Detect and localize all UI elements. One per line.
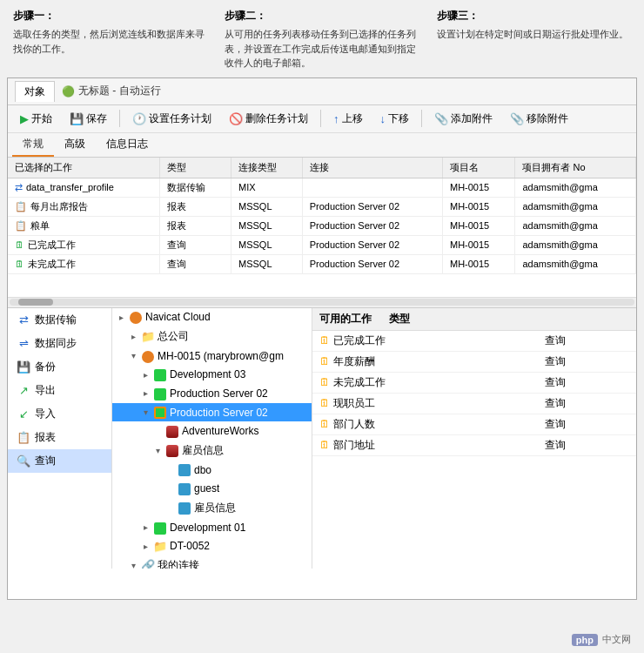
sidebar-item-导入[interactable]: ↙导入 (8, 402, 111, 426)
tree-item[interactable]: ▸ Navicat Cloud (112, 308, 312, 327)
cell-conn-type: MSSQL (231, 254, 302, 273)
window-title-text: 无标题 - 自动运行 (78, 84, 161, 98)
sidebar-item-导出[interactable]: ↗导出 (8, 379, 111, 402)
tabs-row: 常规 高级 信息日志 (8, 133, 636, 158)
php-badge: php (572, 634, 598, 646)
available-panel: 可用的工作 类型 🗓已完成工作 查询 🗓年度薪酬 查询 🗓未完成工作 查询 🗓现… (312, 308, 636, 569)
delete-schedule-label: 删除任务计划 (245, 111, 308, 126)
object-tab[interactable]: 对象 (15, 81, 55, 102)
task-table-area: 已选择的工作 类型 连接类型 连接 项目名 项目拥有者 No ⇄data_tra… (8, 158, 636, 297)
tree-toggle[interactable]: ▾ (152, 446, 163, 455)
available-header-type: 类型 (389, 312, 410, 326)
down-arrow-icon: ↓ (380, 112, 386, 125)
tree-item[interactable]: ▸ Development 03 (112, 366, 312, 385)
cell-owner: adamsmith@gma (515, 216, 636, 235)
tree-node-icon (178, 502, 191, 515)
col-connection: 连接 (302, 158, 442, 178)
set-schedule-button[interactable]: 🕐 设置任务计划 (124, 108, 219, 130)
tree-toggle[interactable]: ▸ (140, 522, 151, 532)
tree-toggle[interactable]: ▾ (140, 407, 151, 417)
table-row[interactable]: 🗓已完成工作 查询 MSSQL Production Server 02 MH-… (8, 235, 636, 254)
toolbar: ▶ 开始 💾 保存 🕐 设置任务计划 🚫 删除任务计划 ↑ 上移 ↓ 下移 📎 … (8, 105, 636, 133)
table-row[interactable]: 📋每月出席报告 报表 MSSQL Production Server 02 MH… (8, 197, 636, 216)
available-row[interactable]: 🗓部门地址 查询 (312, 434, 636, 455)
tree-item[interactable]: ▸ 📁 总公司 (112, 326, 312, 347)
cell-type: 报表 (160, 216, 231, 235)
available-cell-type: 查询 (538, 414, 636, 434)
window-title: 🟢 无标题 - 自动运行 (62, 84, 161, 98)
available-row[interactable]: 🗓已完成工作 查询 (312, 331, 636, 352)
hscroll-bar[interactable] (8, 297, 636, 307)
tree-node-label: dbo (194, 464, 211, 476)
sidebar-item-报表[interactable]: 📋报表 (8, 426, 111, 449)
tree-toggle[interactable]: ▾ (128, 351, 138, 360)
start-button[interactable]: ▶ 开始 (12, 108, 60, 130)
table-row[interactable]: 📋粮单 报表 MSSQL Production Server 02 MH-001… (8, 216, 636, 235)
tree-toggle[interactable]: ▸ (140, 370, 151, 380)
available-cell-name: 🗓部门地址 (312, 434, 538, 455)
tree-node-icon (165, 424, 179, 438)
tree-node-icon (153, 406, 167, 420)
available-header: 可用的工作 类型 (312, 308, 636, 331)
available-cell-name: 🗓未完成工作 (312, 372, 538, 393)
tree-node-label: MH-0015 (marybrown@gm (158, 350, 284, 362)
cell-owner: adamsmith@gma (515, 178, 636, 197)
available-row[interactable]: 🗓部门人数 查询 (312, 414, 636, 434)
up-arrow-icon: ↑ (333, 112, 339, 125)
tree-item[interactable]: ▸ 📁 DT-0052 (112, 537, 312, 555)
move-down-button[interactable]: ↓ 下移 (372, 108, 418, 130)
sidebar-item-数据同步[interactable]: ⇌数据同步 (8, 332, 111, 355)
task-table-scroll[interactable]: 已选择的工作 类型 连接类型 连接 项目名 项目拥有者 No ⇄data_tra… (8, 158, 636, 297)
delete-schedule-button[interactable]: 🚫 删除任务计划 (221, 108, 316, 130)
cell-conn-type: MIX (231, 178, 302, 197)
available-row[interactable]: 🗓年度薪酬 查询 (312, 351, 636, 372)
tree-item[interactable]: ▾ 🔗 我的连接 (112, 555, 312, 569)
tree-toggle[interactable]: ▾ (128, 561, 138, 569)
cell-connection (302, 178, 442, 197)
tree-toggle[interactable]: ▸ (140, 542, 151, 551)
tree-item[interactable]: ▸ Development 01 (112, 518, 312, 537)
sidebar-item-备份[interactable]: 💾备份 (8, 355, 111, 379)
tree-item[interactable]: dbo (112, 461, 312, 480)
tree-toggle[interactable]: ▸ (128, 332, 138, 341)
tree-toggle[interactable]: ▸ (140, 388, 151, 398)
hscroll-thumb[interactable] (18, 299, 53, 306)
tree-item[interactable]: ▾ MH-0015 (marybrown@gm (112, 347, 312, 366)
table-row[interactable]: 🗓未完成工作 查询 MSSQL Production Server 02 MH-… (8, 254, 636, 273)
tab-info-log[interactable]: 信息日志 (96, 133, 158, 157)
sidebar-item-查询[interactable]: 🔍查询 (8, 449, 111, 473)
tree-node-label: 雇员信息 (182, 443, 224, 458)
tree-item[interactable]: guest (112, 479, 312, 498)
tree-item[interactable]: ▾ Production Server 02 (112, 403, 312, 422)
cell-type: 查询 (160, 235, 231, 254)
sep-1 (119, 110, 120, 127)
tree-node-icon: 📁 (141, 330, 155, 343)
save-label: 保存 (86, 111, 107, 126)
table-row[interactable]: ⇄data_transfer_profile 数据传输 MIX MH-0015 … (8, 178, 636, 197)
tree-item[interactable]: 雇员信息 (112, 498, 312, 518)
tab-advanced[interactable]: 高级 (54, 133, 96, 157)
save-button[interactable]: 💾 保存 (62, 108, 115, 130)
sidebar-label: 数据同步 (35, 336, 77, 351)
hscroll-track[interactable] (10, 299, 634, 306)
tree-item[interactable]: ▸ Production Server 02 (112, 384, 312, 403)
remove-attachment-label: 移除附件 (527, 111, 568, 126)
tab-general[interactable]: 常规 (12, 133, 54, 157)
add-attachment-button[interactable]: 📎 添加附件 (426, 108, 500, 130)
tree-toggle[interactable]: ▸ (116, 313, 126, 322)
available-row[interactable]: 🗓未完成工作 查询 (312, 372, 636, 393)
window-title-icon: 🟢 (62, 85, 75, 98)
sidebar-icon: ⇄ (17, 313, 30, 326)
bottom-panel: ⇄数据传输⇌数据同步💾备份↗导出↙导入📋报表🔍查询 ▸ Navicat Clou… (8, 307, 636, 569)
sidebar-icon: 📋 (17, 431, 30, 444)
tree-node-icon (165, 444, 179, 458)
remove-attachment-button[interactable]: 📎 移除附件 (502, 108, 576, 130)
tree-item[interactable]: ▾ 雇员信息 (112, 441, 312, 461)
sidebar-item-数据传输[interactable]: ⇄数据传输 (8, 308, 111, 332)
available-cell-type: 查询 (538, 372, 636, 393)
add-attachment-label: 添加附件 (451, 111, 493, 126)
tree-node-label: 我的连接 (158, 558, 199, 569)
available-row[interactable]: 🗓现职员工 查询 (312, 393, 636, 414)
tree-item[interactable]: AdventureWorks (112, 421, 312, 441)
move-up-button[interactable]: ↑ 上移 (325, 108, 371, 130)
